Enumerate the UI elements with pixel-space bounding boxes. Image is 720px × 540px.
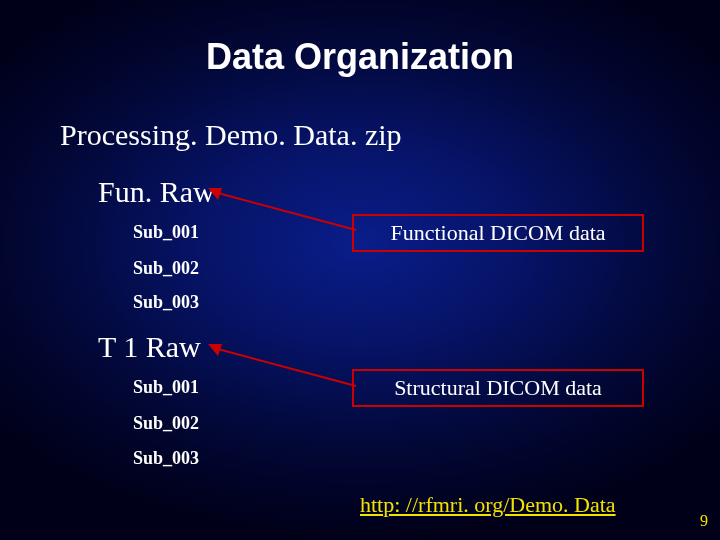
t1-sub-001: Sub_001	[133, 377, 199, 398]
svg-line-2	[214, 348, 356, 386]
svg-marker-3	[208, 344, 222, 356]
page-number: 9	[700, 512, 708, 530]
archive-filename: Processing. Demo. Data. zip	[60, 118, 402, 152]
folder-t1-raw: T 1 Raw	[98, 330, 201, 364]
t1-sub-002: Sub_002	[133, 413, 199, 434]
svg-line-0	[214, 192, 356, 230]
t1-sub-003: Sub_003	[133, 448, 199, 469]
svg-marker-1	[208, 188, 222, 200]
fun-sub-003: Sub_003	[133, 292, 199, 313]
slide: Data Organization Processing. Demo. Data…	[0, 0, 720, 540]
slide-title: Data Organization	[0, 36, 720, 78]
fun-sub-001: Sub_001	[133, 222, 199, 243]
callout-functional-dicom: Functional DICOM data	[352, 214, 644, 252]
folder-fun-raw: Fun. Raw	[98, 175, 215, 209]
callout-structural-dicom: Structural DICOM data	[352, 369, 644, 407]
demo-data-link[interactable]: http: //rfmri. org/Demo. Data	[360, 492, 616, 518]
arrow-t1-to-callout	[208, 344, 358, 388]
fun-sub-002: Sub_002	[133, 258, 199, 279]
arrow-fun-to-callout	[208, 188, 358, 232]
